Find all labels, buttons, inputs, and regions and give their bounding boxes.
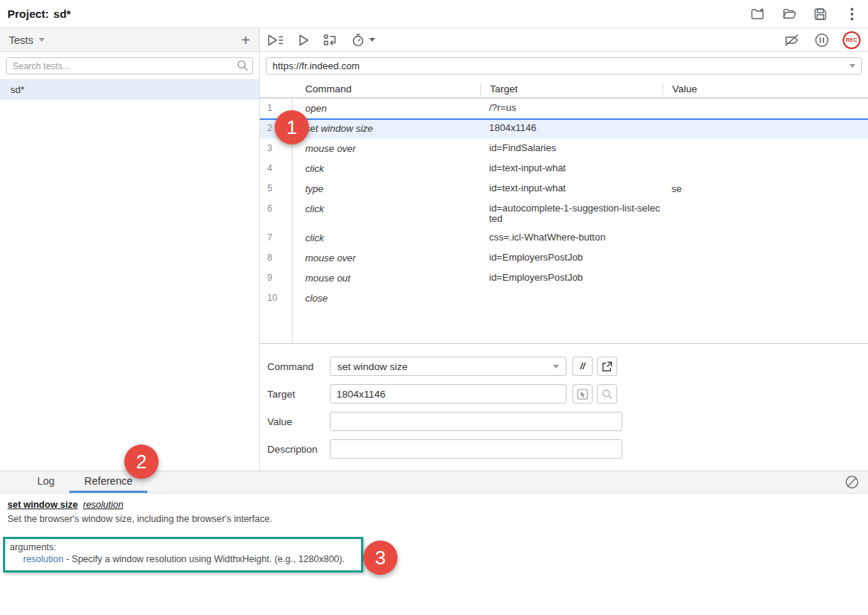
step-over-icon[interactable] — [323, 34, 338, 46]
search-area — [0, 52, 259, 79]
disable-breakpoints-icon[interactable] — [783, 34, 801, 47]
project-title: Project:sd* — [7, 7, 71, 20]
command-row[interactable]: 2 set window size 1804x1146 — [260, 118, 868, 138]
value-column-header[interactable]: Value — [663, 83, 868, 95]
search-tests-input[interactable] — [6, 57, 253, 74]
reference-arg-name: resolution — [83, 500, 123, 510]
recording-controls: REC — [783, 31, 861, 49]
step-editor-form: Command set window size // — [260, 344, 868, 471]
command-row[interactable]: 6 click id=autocomplete-1-suggestion-lis… — [260, 199, 868, 228]
pause-on-exceptions-icon[interactable] — [814, 33, 829, 48]
add-test-button[interactable]: + — [241, 33, 250, 48]
find-target-icon[interactable] — [597, 384, 617, 404]
tests-sidebar: Tests + sd* — [0, 28, 260, 471]
command-row[interactable]: 8 mouse over id=EmployersPostJob — [260, 248, 868, 268]
test-list: sd* — [0, 79, 259, 471]
record-button[interactable]: REC — [843, 31, 861, 49]
tests-header: Tests + — [0, 28, 259, 52]
command-row[interactable]: 3 mouse over id=FindSalaries — [260, 138, 868, 159]
target-field-label: Target — [267, 389, 330, 400]
tests-label: Tests — [9, 34, 33, 46]
tests-dropdown[interactable]: Tests — [9, 34, 45, 46]
description-input[interactable] — [330, 439, 622, 459]
command-column-header[interactable]: Command — [292, 83, 480, 95]
description-field-label: Description — [267, 444, 330, 455]
run-all-tests-icon[interactable] — [267, 34, 284, 46]
command-row[interactable]: 7 click css=.icl-WhatWhere-button — [260, 228, 868, 248]
test-list-item[interactable]: sd* — [0, 79, 259, 100]
speed-caret-icon — [369, 38, 375, 42]
test-speed-icon[interactable] — [351, 34, 375, 47]
app-header: Project:sd* — [0, 0, 868, 28]
command-row[interactable]: 1 open /?r=us — [260, 98, 868, 118]
url-row — [260, 52, 868, 77]
value-field-label: Value — [267, 416, 330, 427]
reference-panel: set window sizeresolution Set the browse… — [0, 494, 868, 615]
run-current-test-icon[interactable] — [298, 34, 310, 46]
header-actions — [750, 7, 861, 22]
command-row[interactable]: 4 click id=text-input-what — [260, 159, 868, 179]
argument-description: - Specify a window resolution using Widt… — [63, 554, 345, 564]
main-area: Tests + sd* — [0, 28, 868, 471]
bottom-panel: Log Reference set window sizeresolution … — [0, 471, 868, 615]
reference-title: set window sizeresolution — [7, 500, 861, 510]
argument-name-link[interactable]: resolution — [23, 554, 63, 564]
save-icon[interactable] — [813, 7, 828, 22]
command-select[interactable]: set window size — [330, 357, 567, 376]
project-label: Project: — [7, 7, 49, 20]
project-name: sd* — [54, 7, 71, 20]
tab-log[interactable]: Log — [22, 471, 69, 493]
base-url-input[interactable] — [266, 57, 862, 74]
chevron-down-icon — [39, 38, 45, 42]
reference-description: Set the browser's window size, including… — [7, 514, 861, 524]
kebab-menu-icon[interactable] — [844, 7, 859, 22]
chevron-down-icon — [553, 365, 559, 369]
annotation-badge-3: 3 — [363, 541, 398, 575]
command-row[interactable]: 5 type id=text-input-what se — [260, 179, 868, 199]
playback-controls — [267, 34, 375, 47]
test-editor: REC Command Target Value — [260, 28, 868, 471]
arguments-label: arguments: — [10, 542, 357, 552]
command-row[interactable]: 10 close — [260, 288, 868, 308]
search-icon — [237, 60, 249, 71]
clear-log-icon[interactable] — [845, 471, 868, 493]
arguments-highlight-box: arguments: resolution - Specify a window… — [3, 537, 363, 573]
command-rows: 1 open /?r=us 2 set window size 1804x114… — [260, 98, 868, 344]
value-input[interactable] — [330, 412, 622, 431]
command-row[interactable]: 9 mouse out id=EmployersPostJob — [260, 268, 868, 288]
argument-entry: resolution - Specify a window resolution… — [10, 554, 357, 564]
command-field-label: Command — [267, 361, 330, 372]
new-project-icon[interactable] — [750, 7, 765, 22]
toggle-comment-button[interactable]: // — [572, 357, 593, 376]
open-new-window-icon[interactable] — [597, 357, 617, 376]
target-column-header[interactable]: Target — [480, 83, 663, 95]
playback-toolbar: REC — [260, 28, 868, 52]
reference-command-name: set window size — [7, 500, 77, 510]
test-name: sd* — [10, 84, 25, 95]
target-input[interactable] — [330, 384, 567, 404]
selenium-ide-window: Project:sd* — [0, 0, 868, 615]
select-target-icon[interactable] — [572, 384, 593, 404]
url-dropdown-icon[interactable] — [849, 64, 855, 68]
open-project-icon[interactable] — [782, 7, 797, 22]
annotation-badge-2: 2 — [124, 444, 159, 479]
annotation-badge-1: 1 — [275, 110, 309, 144]
command-table-header: Command Target Value — [260, 80, 868, 98]
